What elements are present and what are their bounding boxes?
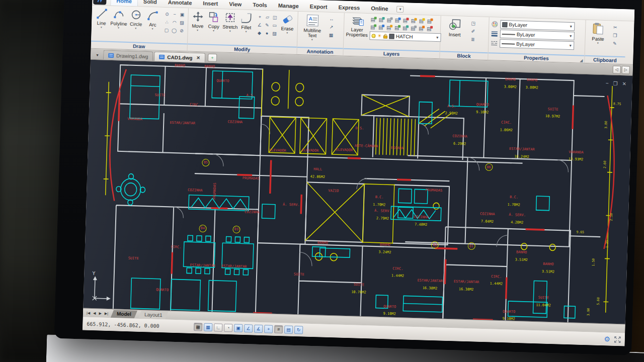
arc-button[interactable]: Arc▾: [144, 9, 160, 31]
ortho-icon[interactable]: ∟: [214, 323, 222, 331]
ribbon-tab[interactable]: Annotate: [163, 0, 198, 8]
chevron-down-icon[interactable]: ▼: [569, 44, 572, 47]
draw-tool-icon[interactable]: ◠: [171, 19, 178, 26]
modify-tool-icon[interactable]: ◫: [271, 14, 279, 21]
snap-grid-icon[interactable]: ▦: [204, 323, 212, 331]
snap-angle-icon[interactable]: ∠: [244, 324, 253, 332]
draw-tool-icon[interactable]: ▢: [163, 27, 170, 34]
ribbon-tab[interactable]: Home: [110, 0, 138, 6]
draw-tool-icon[interactable]: ⊙: [163, 11, 171, 18]
layer-walk-icon[interactable]: ▤: [402, 24, 410, 32]
draw-tool-icon[interactable]: ◯: [170, 27, 178, 34]
restore-icon[interactable]: ❐: [613, 81, 617, 86]
layout-nav-arrow[interactable]: ▶: [97, 311, 103, 315]
lineweight-icon[interactable]: ≡: [274, 325, 283, 333]
draw-tool-icon[interactable]: ▨: [178, 19, 186, 27]
panel-block-title[interactable]: Block: [440, 51, 488, 60]
stretch-button[interactable]: Stretch▾: [222, 11, 238, 33]
block-tool-icon[interactable]: ◳: [469, 20, 477, 27]
polar-tracking-icon[interactable]: ◔: [224, 324, 232, 332]
draw-tool-icon[interactable]: ⊘: [178, 27, 185, 35]
panel-annotation-title[interactable]: Annotation: [297, 47, 343, 56]
chevron-down-icon[interactable]: ▾: [118, 26, 119, 29]
linetype-combo[interactable]: ByLayer ▼: [500, 39, 574, 50]
annotation-tool-icon[interactable]: ↔: [328, 16, 335, 23]
new-document-button[interactable]: +: [208, 54, 217, 62]
fillet-button[interactable]: Fillet▾: [239, 12, 254, 33]
ribbon-overflow-button[interactable]: ▾: [396, 6, 404, 13]
modify-tool-icon[interactable]: ▱: [264, 14, 271, 21]
chevron-down-icon[interactable]: ▾: [135, 27, 136, 30]
object-snap-icon[interactable]: ▣: [234, 324, 243, 332]
tab-menu-button[interactable]: ▼: [94, 52, 101, 58]
layer-freeze-icon[interactable]: ▤: [403, 17, 411, 24]
layer-on-icon[interactable]: ▤: [386, 16, 394, 24]
drawing-canvas[interactable]: BANHOBANHOQUARTOSUITECIRC.A.S.VARANDAEST…: [83, 60, 632, 324]
chevron-down-icon[interactable]: ▼: [436, 36, 439, 39]
ribbon-tab[interactable]: Online: [365, 4, 394, 14]
modify-tool-icon[interactable]: ◆: [256, 29, 263, 37]
circle-button[interactable]: Circle▾: [128, 9, 144, 30]
layer-thaw-icon[interactable]: ▤: [411, 17, 419, 25]
chevron-down-icon[interactable]: ▾: [286, 31, 288, 34]
tab-scroll-right-button[interactable]: ▷: [622, 66, 630, 74]
dynamic-input-icon[interactable]: +: [264, 325, 273, 333]
close-icon[interactable]: ✕: [622, 81, 626, 86]
block-tool-icon[interactable]: ✐: [469, 28, 477, 35]
line-button[interactable]: Line▾: [94, 8, 110, 29]
ribbon-tab[interactable]: Insert: [197, 0, 224, 9]
erase-button[interactable]: Erase▾: [279, 13, 296, 35]
layer-delete-icon[interactable]: ▤: [378, 16, 386, 24]
layer-state-icon[interactable]: ▤: [410, 25, 418, 32]
ribbon-tab[interactable]: Manage: [272, 1, 304, 11]
minimize-icon[interactable]: −: [606, 81, 609, 86]
lineweight-combo[interactable]: ByLayer ▼: [500, 30, 575, 40]
modify-tool-icon[interactable]: ●: [263, 30, 271, 37]
draw-tool-icon[interactable]: ∴: [163, 19, 171, 26]
layout-tab[interactable]: Model: [111, 310, 137, 319]
modify-tool-icon[interactable]: ▭: [271, 22, 278, 29]
chevron-down-icon[interactable]: ▼: [569, 25, 573, 28]
close-icon[interactable]: ✕: [196, 55, 200, 60]
annotation-tool-icon[interactable]: ↗: [328, 24, 335, 31]
move-button[interactable]: Move▾: [190, 11, 206, 32]
layer-isolate-icon[interactable]: ▤: [370, 23, 378, 31]
layer-unisolate-icon[interactable]: ▤: [378, 24, 386, 31]
quick-properties-icon[interactable]: ▤: [284, 325, 293, 333]
chevron-down-icon[interactable]: ▾: [597, 42, 599, 45]
layout-tab[interactable]: Layout1: [138, 310, 169, 319]
chevron-down-icon[interactable]: ▾: [152, 27, 153, 30]
ribbon-tab[interactable]: Express: [333, 3, 365, 13]
tab-scroll-left-button[interactable]: ◁: [613, 66, 621, 74]
layer-properties-button[interactable]: Layer Properties: [346, 15, 368, 38]
panel-expander-icon[interactable]: ◢: [580, 57, 583, 64]
layer-lock-icon[interactable]: ▤: [419, 17, 427, 25]
chevron-down-icon[interactable]: ▾: [311, 38, 313, 41]
modify-tool-icon[interactable]: ✎: [263, 22, 271, 29]
layout-nav-arrow[interactable]: ◀: [92, 311, 98, 315]
ribbon-tab[interactable]: View: [223, 0, 247, 10]
ribbon-tab[interactable]: Solid: [138, 0, 163, 7]
clipboard-tool-icon[interactable]: ✂: [611, 24, 619, 31]
selection-cycling-icon[interactable]: ↻: [294, 326, 303, 334]
chevron-down-icon[interactable]: ▾: [213, 29, 214, 32]
gear-icon[interactable]: ⚙: [604, 335, 610, 342]
layout-nav-arrow[interactable]: ▶|: [103, 311, 110, 315]
insert-button[interactable]: Insert: [443, 18, 467, 37]
polyline-button[interactable]: Polyline▾: [110, 8, 128, 30]
multiline-text-button[interactable]: A Multiline Text▾: [299, 14, 326, 41]
modify-tool-icon[interactable]: ▨: [271, 30, 278, 37]
chevron-down-icon[interactable]: ▾: [197, 29, 198, 32]
layer-unlock-icon[interactable]: ▤: [427, 17, 435, 25]
draw-tool-icon[interactable]: ~: [171, 11, 178, 18]
document-tab[interactable]: CAD1.dwg ✕: [154, 51, 205, 62]
modify-tool-icon[interactable]: ∠: [256, 21, 263, 29]
layer-merge-icon[interactable]: ▤: [418, 25, 426, 32]
copy-button[interactable]: Copy▾: [206, 11, 221, 33]
layer-match-icon[interactable]: ▤: [386, 24, 394, 31]
draw-tool-icon[interactable]: ▣: [178, 11, 186, 19]
layer-select-combo[interactable]: ☀ HATCH ▼: [370, 31, 441, 42]
chevron-down-icon[interactable]: ▼: [569, 34, 573, 38]
panel-clipboard-title[interactable]: Clipboard: [585, 55, 625, 64]
annotation-tool-icon[interactable]: ▦: [327, 32, 335, 39]
